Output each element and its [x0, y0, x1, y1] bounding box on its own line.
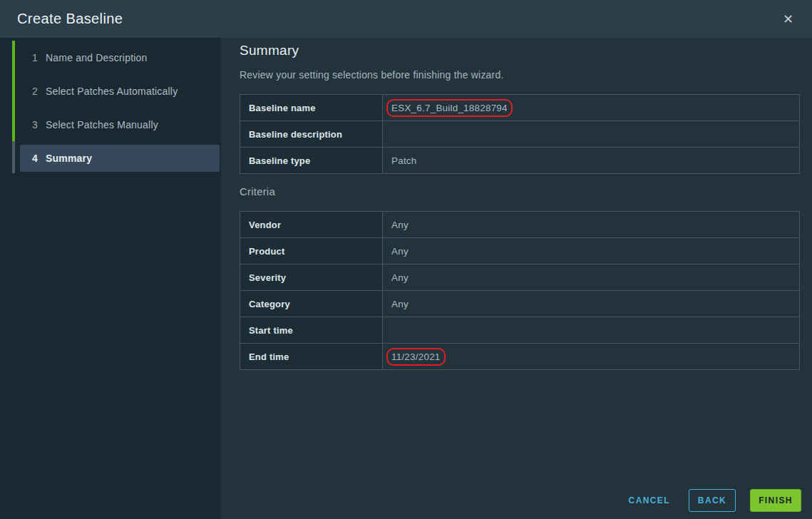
table-row: Baseline nameESX_6.7_Build_18828794	[240, 95, 800, 121]
baseline-summary-table: Baseline nameESX_6.7_Build_18828794Basel…	[240, 94, 800, 174]
row-label: End time	[240, 344, 383, 370]
cell-value: Any	[391, 220, 408, 230]
create-baseline-dialog: Create Baseline ✕ 1Name and Description2…	[0, 0, 812, 519]
progress-rail-current	[12, 141, 15, 173]
cell-value: Patch	[391, 155, 417, 166]
table-row: SeverityAny	[240, 264, 800, 291]
row-label: Category	[240, 291, 383, 317]
summary-panel: Summary Review your setting selections b…	[221, 38, 812, 519]
dialog-body: 1Name and Description2Select Patches Aut…	[0, 38, 812, 519]
table-row: End time11/23/2021	[240, 344, 800, 370]
action-bar: CANCEL BACK FINISH	[617, 489, 801, 512]
wizard-steps-sidebar: 1Name and Description2Select Patches Aut…	[0, 38, 221, 519]
table-row: Start time	[240, 317, 800, 344]
dialog-header: Create Baseline ✕	[0, 0, 812, 38]
row-label: Start time	[240, 317, 383, 344]
progress-rail-completed	[12, 41, 15, 141]
row-label: Baseline description	[240, 121, 383, 148]
cancel-button[interactable]: CANCEL	[617, 489, 682, 512]
row-value	[383, 317, 800, 344]
cell-value: Any	[391, 246, 408, 257]
highlighted-value: ESX_6.7_Build_18828794	[386, 99, 513, 117]
close-button[interactable]: ✕	[780, 10, 796, 29]
table-row: VendorAny	[240, 212, 800, 238]
criteria-heading: Criteria	[240, 185, 800, 197]
row-value: ESX_6.7_Build_18828794	[383, 95, 800, 121]
row-label: Product	[240, 238, 383, 264]
step-number: 1	[32, 52, 46, 63]
step-item-select-patches-automatically[interactable]: 2Select Patches Automatically	[0, 74, 221, 108]
row-value	[383, 121, 800, 148]
row-value: Patch	[383, 148, 800, 174]
table-row: ProductAny	[240, 238, 800, 264]
finish-button[interactable]: FINISH	[750, 489, 801, 512]
row-label: Severity	[240, 264, 383, 291]
step-number: 2	[32, 86, 46, 97]
row-value: Any	[383, 212, 800, 238]
step-label: Select Patches Manually	[46, 119, 158, 130]
back-button[interactable]: BACK	[689, 489, 736, 512]
page-subtitle: Review your setting selections before fi…	[240, 69, 800, 81]
row-value: Any	[383, 238, 800, 264]
step-label: Summary	[46, 153, 92, 164]
step-item-summary[interactable]: 4Summary	[20, 145, 220, 172]
row-value: Any	[383, 291, 800, 317]
row-value: 11/23/2021	[383, 344, 800, 370]
table-row: Baseline typePatch	[240, 148, 800, 174]
close-icon: ✕	[783, 12, 793, 26]
step-item-select-patches-manually[interactable]: 3Select Patches Manually	[0, 108, 221, 141]
row-label: Baseline name	[240, 95, 383, 121]
row-value: Any	[383, 264, 800, 291]
step-item-name-and-description[interactable]: 1Name and Description	[0, 41, 221, 74]
row-label: Baseline type	[240, 148, 383, 174]
cell-value: Any	[391, 272, 408, 283]
criteria-table: VendorAnyProductAnySeverityAnyCategoryAn…	[240, 211, 800, 370]
row-label: Vendor	[240, 212, 383, 238]
cell-value: Any	[391, 299, 408, 309]
highlighted-value: 11/23/2021	[386, 348, 446, 366]
table-row: Baseline description	[240, 121, 800, 148]
steps-list: 1Name and Description2Select Patches Aut…	[0, 38, 221, 172]
dialog-title: Create Baseline	[17, 11, 123, 27]
step-number: 4	[32, 153, 46, 164]
step-label: Select Patches Automatically	[46, 86, 178, 97]
step-label: Name and Description	[46, 52, 148, 63]
step-number: 3	[32, 119, 46, 130]
table-row: CategoryAny	[240, 291, 800, 317]
page-title: Summary	[240, 43, 800, 58]
